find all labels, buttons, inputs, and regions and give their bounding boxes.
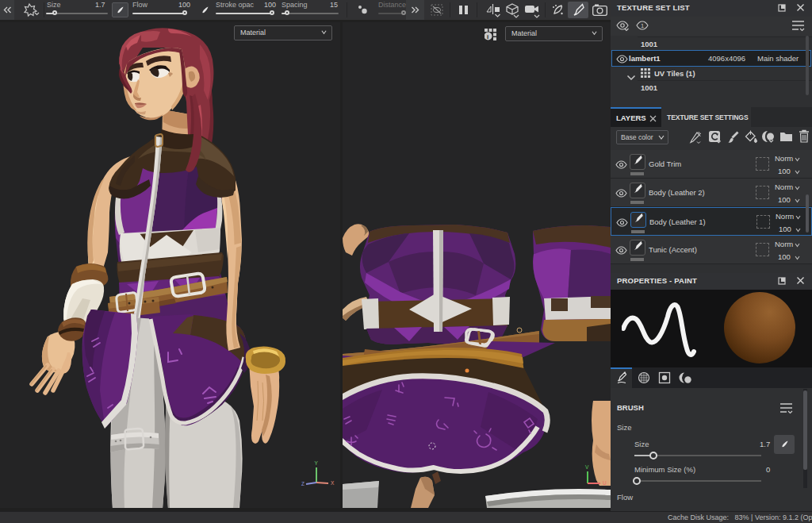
svg-text:i: i: [487, 33, 488, 40]
svg-text:U: U: [603, 480, 607, 486]
svg-text:X: X: [331, 480, 335, 486]
svg-text:1: 1: [641, 22, 644, 29]
svg-text:V: V: [585, 464, 589, 470]
svg-text:Y: Y: [315, 460, 319, 466]
svg-text:Z: Z: [301, 481, 304, 486]
